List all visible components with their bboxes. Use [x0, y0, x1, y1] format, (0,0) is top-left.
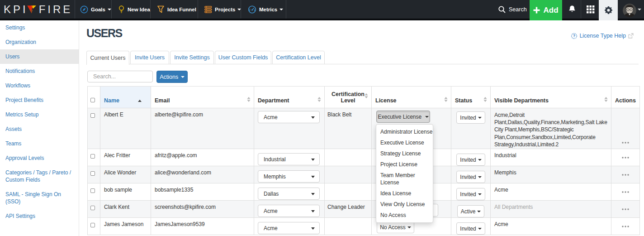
svg-text:?: ? — [573, 34, 575, 38]
